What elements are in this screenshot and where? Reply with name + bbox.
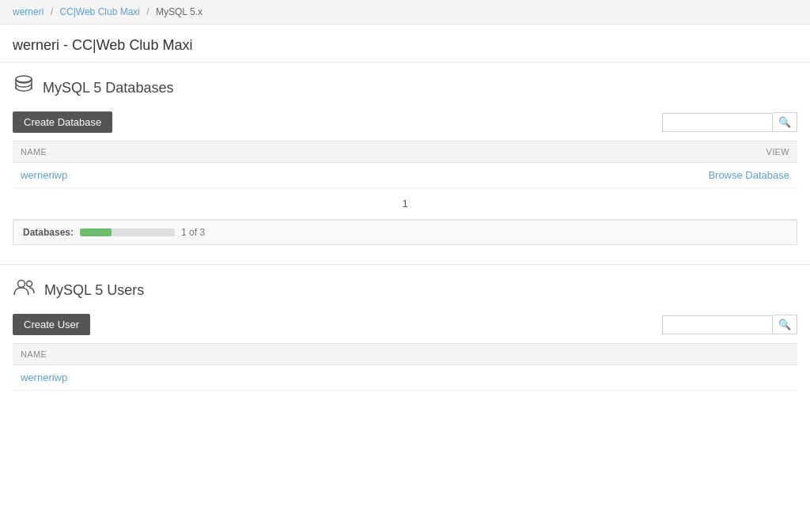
- database-icon: [13, 75, 35, 100]
- users-heading-text: MySQL 5 Users: [44, 282, 144, 299]
- breadcrumb-link-ccweb[interactable]: CC|Web Club Maxi: [59, 6, 140, 17]
- page-title: werneri - CC|Web Club Maxi: [0, 25, 810, 62]
- databases-usage-bar-fill: [80, 228, 112, 236]
- svg-point-0: [16, 76, 32, 82]
- databases-heading: MySQL 5 Databases: [13, 75, 797, 100]
- databases-section: MySQL 5 Databases Create Database 🔍 NAME…: [0, 62, 810, 261]
- databases-toolbar: Create Database 🔍: [13, 111, 797, 133]
- users-row-name: werneriwp: [13, 365, 797, 391]
- users-search-input[interactable]: [662, 315, 773, 334]
- databases-usage-text: 1 of 3: [181, 227, 205, 238]
- breadcrumb-sep-2: /: [146, 6, 149, 17]
- users-table-header-row: NAME: [13, 344, 797, 365]
- users-table: NAME werneriwp: [13, 343, 797, 391]
- users-row-name-link[interactable]: werneriwp: [21, 372, 67, 383]
- users-heading: MySQL 5 Users: [13, 277, 797, 303]
- users-icon: [13, 277, 36, 303]
- users-section: MySQL 5 Users Create User 🔍 NAME werneri…: [0, 265, 810, 403]
- breadcrumb-link-werneri[interactable]: werneri: [13, 6, 44, 17]
- breadcrumb-current: MySQL 5.x: [156, 6, 202, 17]
- databases-search-box: 🔍: [662, 112, 797, 132]
- databases-pagination: 1: [13, 188, 797, 220]
- create-database-button[interactable]: Create Database: [13, 111, 112, 133]
- databases-heading-text: MySQL 5 Databases: [43, 80, 173, 96]
- databases-row-name-link[interactable]: werneriwp: [21, 169, 67, 181]
- database-svg-icon: [13, 75, 35, 96]
- svg-point-4: [27, 281, 32, 287]
- breadcrumb: werneri / CC|Web Club Maxi / MySQL 5.x: [0, 0, 810, 25]
- users-search-box: 🔍: [662, 315, 797, 334]
- databases-usage-label: Databases:: [23, 227, 74, 238]
- users-search-button[interactable]: 🔍: [773, 315, 797, 334]
- create-user-button[interactable]: Create User: [13, 314, 90, 335]
- users-toolbar: Create User 🔍: [13, 314, 797, 335]
- users-svg-icon: [13, 277, 36, 298]
- databases-page-number: 1: [402, 198, 407, 209]
- databases-col-name: NAME: [13, 141, 320, 163]
- breadcrumb-sep-1: /: [51, 6, 53, 17]
- databases-search-icon: 🔍: [778, 116, 791, 128]
- databases-search-input[interactable]: [662, 113, 773, 132]
- databases-usage-bar-row: Databases: 1 of 3: [13, 220, 797, 245]
- users-search-icon: 🔍: [778, 319, 791, 330]
- databases-col-view: View: [320, 141, 797, 163]
- users-col-name: NAME: [13, 344, 797, 365]
- databases-row-view: Browse Database: [320, 163, 797, 188]
- svg-point-3: [18, 281, 25, 288]
- users-table-row: werneriwp: [13, 365, 797, 391]
- databases-table-row: werneriwp Browse Database: [13, 163, 797, 188]
- databases-search-button[interactable]: 🔍: [773, 112, 797, 132]
- databases-row-name: werneriwp: [13, 163, 320, 188]
- databases-usage-bar-bg: [80, 228, 175, 236]
- databases-table-header-row: NAME View: [13, 141, 797, 163]
- databases-browse-link[interactable]: Browse Database: [708, 169, 789, 181]
- databases-table: NAME View werneriwp Browse Database: [13, 141, 797, 188]
